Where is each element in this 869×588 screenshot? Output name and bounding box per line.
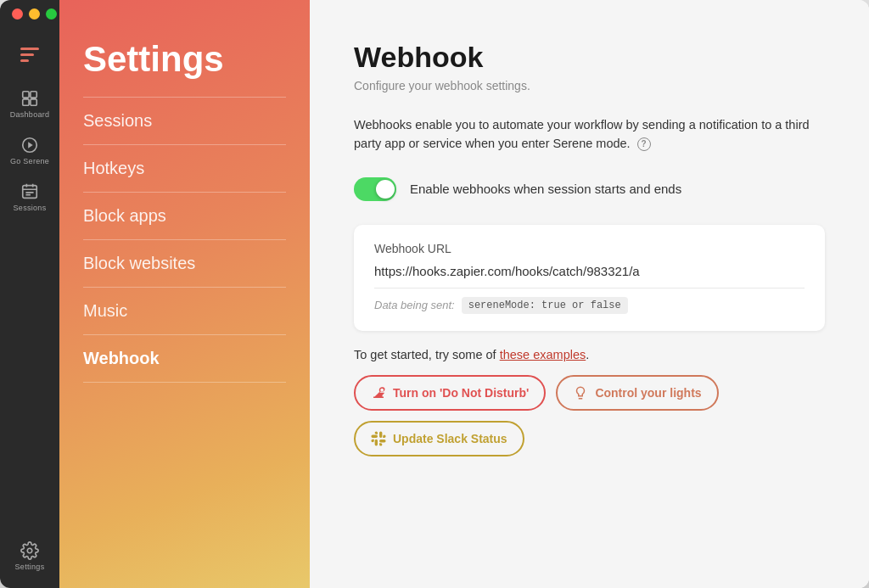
lights-button[interactable]: Control your lights: [556, 375, 718, 411]
toggle-label: Enable webhooks when session starts and …: [410, 182, 681, 196]
page-subtitle: Configure your webhook settings.: [354, 79, 825, 92]
main-content: Webhook Configure your webhook settings.…: [310, 0, 869, 588]
page-title: Webhook: [354, 41, 825, 74]
lights-button-label: Control your lights: [595, 386, 701, 400]
webhook-url-input[interactable]: [374, 264, 805, 278]
nav-item-block-websites[interactable]: Block websites: [83, 240, 286, 288]
data-sent-label: Data being sent:: [374, 299, 455, 311]
dnd-button[interactable]: Turn on 'Do Not Disturb': [354, 375, 546, 411]
nav-item-hotkeys[interactable]: Hotkeys: [83, 145, 286, 193]
toggle-thumb: [376, 180, 395, 199]
nav-item-sessions[interactable]: Sessions: [83, 97, 286, 145]
examples-link[interactable]: these examples: [500, 348, 586, 361]
webhook-toggle-row: Enable webhooks when session starts and …: [354, 177, 825, 201]
svg-rect-2: [23, 99, 29, 105]
titlebar: [0, 0, 869, 27]
slack-button-label: Update Slack Status: [393, 432, 507, 445]
go-serene-icon: [20, 136, 39, 154]
dnd-icon: [371, 385, 386, 400]
sessions-icon: [20, 182, 39, 201]
svg-rect-0: [23, 92, 29, 98]
nav-item-music[interactable]: Music: [83, 288, 286, 335]
settings-label: Settings: [15, 563, 45, 571]
close-button[interactable]: [12, 8, 23, 20]
nav-item-block-apps[interactable]: Block apps: [83, 193, 286, 240]
sidebar-item-sessions[interactable]: Sessions: [0, 177, 59, 217]
help-icon[interactable]: ?: [637, 137, 651, 151]
sidebar-item-go-serene[interactable]: Go Serene: [0, 131, 59, 171]
app-window: Dashboard Go Serene Sessions: [0, 0, 869, 588]
toggle-track: [354, 177, 396, 201]
app-logo: [20, 48, 39, 62]
svg-rect-3: [31, 99, 36, 105]
dashboard-icon: [20, 89, 39, 108]
example-buttons: Turn on 'Do Not Disturb' Control your li…: [354, 375, 825, 456]
svg-point-12: [27, 548, 32, 553]
maximize-button[interactable]: [46, 8, 57, 20]
dashboard-label: Dashboard: [10, 110, 50, 119]
slack-button[interactable]: Update Slack Status: [354, 421, 524, 456]
data-code-badge: sereneMode: true or false: [462, 297, 628, 314]
go-serene-label: Go Serene: [10, 157, 49, 165]
dnd-button-label: Turn on 'Do Not Disturb': [393, 386, 529, 400]
slack-icon: [371, 431, 386, 446]
settings-icon: [20, 541, 39, 560]
settings-nav: Sessions Hotkeys Block apps Block websit…: [59, 97, 310, 383]
minimize-button[interactable]: [29, 8, 40, 20]
sessions-label: Sessions: [14, 204, 47, 212]
nav-item-webhook[interactable]: Webhook: [83, 335, 286, 383]
settings-sidebar: Settings Sessions Hotkeys Block apps Blo…: [59, 0, 310, 588]
url-label: Webhook URL: [374, 242, 805, 255]
sidebar-item-settings[interactable]: Settings: [0, 536, 59, 576]
webhook-toggle[interactable]: [354, 177, 396, 201]
icon-sidebar: Dashboard Go Serene Sessions: [0, 0, 59, 588]
url-section: Webhook URL Data being sent: sereneMode:…: [354, 225, 825, 331]
svg-rect-6: [23, 186, 37, 199]
settings-sidebar-title: Settings: [59, 27, 310, 97]
url-divider: [374, 288, 805, 288]
sidebar-item-dashboard[interactable]: Dashboard: [0, 84, 59, 124]
data-sent-row: Data being sent: sereneMode: true or fal…: [374, 297, 805, 314]
svg-marker-5: [28, 142, 33, 148]
svg-rect-1: [31, 92, 36, 98]
description-text: Webhooks enable you to automate your wor…: [354, 116, 825, 154]
examples-text: To get started, try some of these exampl…: [354, 348, 825, 361]
lights-icon: [573, 385, 588, 400]
